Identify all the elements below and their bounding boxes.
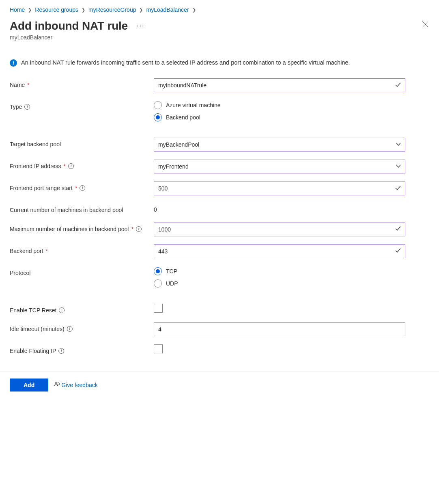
type-radio-group: Azure virtual machine Backend pool bbox=[154, 100, 405, 121]
backend-port-label: Backend port bbox=[10, 247, 43, 255]
chevron-right-icon: ❯ bbox=[139, 7, 143, 13]
frontend-port-start-label: Frontend port range start bbox=[10, 184, 73, 193]
chevron-right-icon: ❯ bbox=[192, 7, 196, 13]
footer: Add Give feedback bbox=[0, 372, 439, 400]
give-feedback-link[interactable]: Give feedback bbox=[54, 381, 98, 389]
page-subtitle: myLoadBalancer bbox=[10, 34, 429, 41]
max-machines-input[interactable] bbox=[154, 223, 405, 236]
current-machines-value: 0 bbox=[154, 203, 405, 213]
enable-tcp-reset-checkbox[interactable] bbox=[154, 304, 163, 313]
enable-floating-ip-checkbox[interactable] bbox=[154, 344, 163, 353]
type-option-vm[interactable]: Azure virtual machine bbox=[154, 101, 405, 109]
required-indicator: * bbox=[75, 184, 77, 193]
breadcrumb-resource-group[interactable]: myResourceGroup bbox=[88, 6, 136, 13]
max-machines-label: Maximum number of machines in backend po… bbox=[10, 225, 129, 234]
type-option-backend-pool[interactable]: Backend pool bbox=[154, 113, 405, 121]
add-button[interactable]: Add bbox=[10, 379, 48, 392]
close-icon bbox=[422, 21, 428, 28]
chevron-right-icon: ❯ bbox=[28, 7, 32, 13]
enable-floating-ip-label: Enable Floating IP bbox=[10, 347, 56, 355]
protocol-option-udp-label: UDP bbox=[166, 280, 178, 287]
help-icon[interactable]: i bbox=[80, 185, 85, 191]
form: Name * Type i Azure virtual machine bbox=[10, 78, 429, 355]
frontend-ip-label: Frontend IP address bbox=[10, 162, 61, 171]
frontend-ip-dropdown[interactable]: myFrontend bbox=[154, 160, 405, 173]
type-option-vm-label: Azure virtual machine bbox=[166, 102, 221, 108]
breadcrumb-load-balancer[interactable]: myLoadBalancer bbox=[146, 6, 189, 13]
current-machines-label: Current number of machines in backend po… bbox=[10, 206, 123, 214]
required-indicator: * bbox=[64, 162, 66, 171]
backend-port-input[interactable] bbox=[154, 244, 405, 258]
help-icon[interactable]: i bbox=[24, 104, 30, 110]
required-indicator: * bbox=[27, 81, 29, 89]
svg-point-0 bbox=[55, 382, 57, 384]
enable-tcp-reset-label: Enable TCP Reset bbox=[10, 307, 56, 315]
protocol-option-tcp[interactable]: TCP bbox=[154, 267, 405, 275]
close-button[interactable] bbox=[421, 19, 429, 31]
help-icon[interactable]: i bbox=[58, 348, 64, 354]
type-option-backend-pool-label: Backend pool bbox=[166, 114, 200, 121]
name-input[interactable] bbox=[154, 78, 405, 92]
type-label: Type bbox=[10, 103, 22, 111]
idle-timeout-label: Idle timeout (minutes) bbox=[10, 325, 65, 333]
protocol-radio-group: TCP UDP bbox=[154, 266, 405, 288]
page-header: Add inbound NAT rule ··· bbox=[10, 19, 429, 32]
breadcrumb-resource-groups[interactable]: Resource groups bbox=[35, 6, 78, 13]
target-backend-pool-label: Target backend pool bbox=[10, 141, 61, 149]
target-backend-pool-value: myBackendPool bbox=[158, 141, 199, 148]
frontend-port-start-input[interactable] bbox=[154, 182, 405, 195]
radio-icon bbox=[154, 113, 162, 121]
chevron-right-icon: ❯ bbox=[82, 7, 85, 13]
radio-icon bbox=[154, 279, 162, 288]
breadcrumb-home[interactable]: Home bbox=[10, 6, 25, 13]
give-feedback-label: Give feedback bbox=[61, 382, 98, 388]
info-text: An inbound NAT rule forwards incoming tr… bbox=[21, 58, 350, 67]
required-indicator: * bbox=[46, 247, 48, 255]
help-icon[interactable]: i bbox=[136, 226, 142, 232]
name-label: Name bbox=[10, 81, 25, 89]
idle-timeout-input[interactable] bbox=[154, 322, 405, 336]
protocol-option-udp[interactable]: UDP bbox=[154, 279, 405, 288]
page-title: Add inbound NAT rule bbox=[10, 19, 128, 32]
info-icon: i bbox=[10, 59, 17, 67]
more-actions-button[interactable]: ··· bbox=[135, 21, 146, 31]
info-callout: i An inbound NAT rule forwards incoming … bbox=[10, 58, 429, 67]
help-icon[interactable]: i bbox=[67, 326, 73, 332]
protocol-option-tcp-label: TCP bbox=[166, 268, 177, 275]
feedback-icon bbox=[54, 381, 60, 389]
radio-icon bbox=[154, 267, 162, 275]
frontend-ip-value: myFrontend bbox=[158, 163, 189, 170]
protocol-label: Protocol bbox=[10, 269, 30, 277]
breadcrumb: Home ❯ Resource groups ❯ myResourceGroup… bbox=[10, 6, 429, 13]
required-indicator: * bbox=[131, 225, 133, 234]
help-icon[interactable]: i bbox=[59, 307, 65, 313]
radio-icon bbox=[154, 101, 162, 109]
target-backend-pool-dropdown[interactable]: myBackendPool bbox=[154, 138, 405, 151]
help-icon[interactable]: i bbox=[68, 163, 74, 169]
